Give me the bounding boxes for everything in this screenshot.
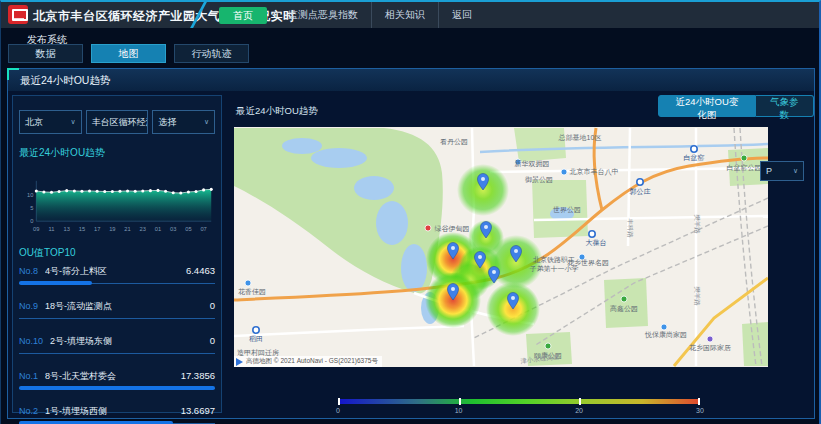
- top-list-row[interactable]: No.9 18号-流动监测点 0: [19, 300, 215, 330]
- map-mode-buttons: 近24小时OU变化图 气象参数: [658, 95, 814, 117]
- city-select-value: 北京: [25, 116, 43, 129]
- nav-odor-index[interactable]: 监测点恶臭指数: [275, 2, 371, 28]
- metro-station-icon: [589, 231, 595, 237]
- svg-text:19: 19: [109, 226, 115, 232]
- rank-label: No.1: [19, 371, 38, 381]
- app-window: 北京市丰台区循环经济产业园大气恶臭状况实时 首页 监测点恶臭指数 相关知识 返回…: [0, 0, 821, 424]
- point-select[interactable]: 选择 ∨: [152, 110, 215, 134]
- point-name: 18号-流动监测点: [45, 300, 210, 313]
- map-label: 高鑫公园: [610, 305, 638, 313]
- poi-icon: [425, 225, 431, 231]
- heat-scale-legend: 0 10 20 30: [338, 399, 700, 417]
- point-name: 8号-北天堂村委会: [45, 370, 181, 383]
- tab-map[interactable]: 地图: [91, 44, 166, 63]
- map-canvas: 看丹公园总部基地10区新华双拥园北京市丰台八中御景公园世界公园郭公庄白盆窑白盆窑…: [234, 127, 768, 367]
- metro-station-icon: [253, 327, 259, 333]
- chevron-down-icon: ∨: [71, 118, 76, 126]
- city-select[interactable]: 北京 ∨: [19, 110, 82, 134]
- main-nav: 首页 监测点恶臭指数 相关知识 返回: [219, 2, 485, 28]
- map-section-title: 最近24小时OU趋势: [236, 105, 318, 118]
- point-name: 1号-填埋场西侧: [45, 405, 181, 418]
- heat-scale-gradient: [338, 399, 700, 404]
- map-label: 新华双拥园: [515, 159, 550, 168]
- poi-icon: [661, 324, 667, 330]
- rank-label: No.10: [19, 336, 43, 346]
- area-select[interactable]: 丰台区循环经济产 ∨: [86, 110, 149, 134]
- rank-label: No.2: [19, 406, 38, 416]
- nav-home[interactable]: 首页: [219, 7, 267, 24]
- svg-text:0: 0: [30, 218, 33, 224]
- top-list-row[interactable]: No.1 8号-北天堂村委会 17.3856: [19, 370, 215, 400]
- trend-section-title: 最近24小时OU趋势: [19, 146, 215, 160]
- map-label: 子弟第十一小学: [530, 265, 579, 273]
- ou-value: 0: [210, 335, 215, 346]
- svg-text:03: 03: [170, 226, 176, 232]
- nav-back[interactable]: 返回: [438, 2, 485, 28]
- attribution-text: 高德地图 © 2021 AutoNavi - GS(2021)6375号: [246, 357, 378, 366]
- main-panel: 最近24小时OU趋势 北京 ∨ 丰台区循环经济产 ∨ 选择 ∨ 最近24小时OU…: [7, 68, 815, 419]
- map-label: 樊羊路: [693, 214, 701, 234]
- poi-icon: [561, 169, 567, 175]
- map-label: 花香佳园: [238, 288, 266, 296]
- trend-chart: 0510091113151719212301030507: [19, 164, 217, 238]
- ou-change-map-button[interactable]: 近24小时OU变化图: [658, 95, 756, 117]
- nav-knowledge[interactable]: 相关知识: [371, 2, 438, 28]
- metro-station-icon: [637, 179, 643, 185]
- value-bar: [19, 351, 215, 357]
- map-label: 北京市丰台八中: [570, 167, 619, 176]
- map-label: 花乡世界名园: [567, 259, 609, 267]
- panel-header: 最近24小时OU趋势: [8, 69, 814, 91]
- map-label: 悦保康尚家园: [644, 330, 687, 339]
- filter-selects: 北京 ∨ 丰台区循环经济产 ∨ 选择 ∨: [19, 110, 215, 134]
- scale-label: 10: [455, 407, 463, 414]
- map-label: 花乡国际家居: [689, 344, 731, 352]
- poi-icon: [245, 280, 251, 286]
- map-label: 看丹公园: [440, 138, 468, 146]
- scale-label: 20: [575, 407, 583, 414]
- scale-label: 0: [336, 407, 340, 414]
- weather-params-button[interactable]: 气象参数: [756, 95, 814, 117]
- value-bar: [19, 386, 215, 392]
- park-icon: [545, 343, 551, 349]
- svg-text:05: 05: [185, 226, 191, 232]
- svg-text:07: 07: [200, 226, 206, 232]
- scale-tick: [698, 398, 700, 405]
- map-label: 绿谷伊甸园: [435, 225, 470, 233]
- map-mini-select[interactable]: P ∨: [760, 161, 804, 181]
- poi-icon: [707, 336, 713, 342]
- scale-tick: [338, 398, 340, 405]
- tab-track[interactable]: 行动轨迹: [174, 44, 249, 63]
- chevron-down-icon: ∨: [204, 118, 209, 126]
- map-label: 郭公庄: [630, 188, 651, 196]
- park-icon: [621, 296, 627, 302]
- map-label: 樊羊路: [693, 286, 701, 306]
- publish-bar: 发布系统 数据 地图 行动轨迹: [1, 30, 819, 68]
- svg-text:11: 11: [49, 226, 55, 232]
- top-list-row[interactable]: No.8 4号-筛分上料区 6.4463: [19, 265, 215, 295]
- map[interactable]: 看丹公园总部基地10区新华双拥园北京市丰台八中御景公园世界公园郭公庄白盆窑白盆窑…: [234, 127, 768, 367]
- ou-value: 17.3856: [181, 370, 215, 381]
- view-tabs: 数据 地图 行动轨迹: [8, 44, 257, 63]
- svg-text:01: 01: [155, 226, 161, 232]
- svg-text:15: 15: [79, 226, 85, 232]
- top-list-row[interactable]: No.2 1号-填埋场西侧 13.6697: [19, 405, 215, 424]
- rank-label: No.8: [19, 266, 38, 276]
- point-name: 4号-筛分上料区: [45, 265, 186, 278]
- metro-station-icon: [691, 146, 697, 152]
- point-name: 2号-填埋场东侧: [50, 335, 210, 348]
- app-logo-icon: [8, 5, 28, 24]
- map-label: 稻田: [249, 335, 263, 343]
- top-list-row[interactable]: No.10 2号-填埋场东侧 0: [19, 335, 215, 365]
- svg-text:10: 10: [27, 192, 33, 198]
- top-list: No.8 4号-筛分上料区 6.4463 No.9 18号-流动监测点 0: [19, 265, 215, 424]
- svg-text:23: 23: [140, 226, 146, 232]
- rank-label: No.9: [19, 301, 38, 311]
- scale-tick: [459, 398, 461, 405]
- panel-title: 最近24小时OU趋势: [8, 74, 110, 86]
- header: 北京市丰台区循环经济产业园大气恶臭状况实时 首页 监测点恶臭指数 相关知识 返回: [1, 2, 819, 28]
- svg-text:09: 09: [33, 226, 39, 232]
- point-select-value: 选择: [158, 116, 176, 129]
- tab-data[interactable]: 数据: [8, 44, 83, 63]
- svg-text:5: 5: [30, 205, 33, 211]
- map-label: 御景公园: [525, 176, 553, 184]
